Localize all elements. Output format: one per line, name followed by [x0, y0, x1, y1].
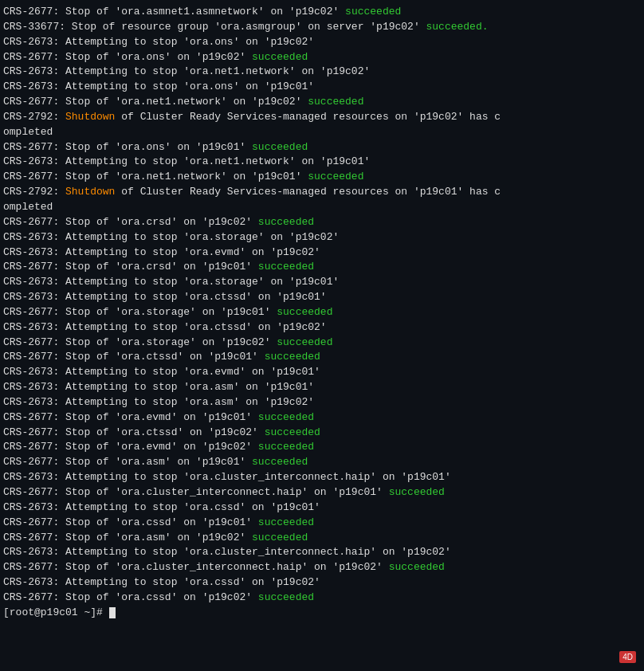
terminal-line-30: CRS-2677: Stop of 'ora.evmd' on 'p19c02'…	[3, 440, 641, 455]
terminal-line-35: CRS-2677: Stop of 'ora.cssd' on 'p19c01'…	[3, 516, 641, 531]
terminal-line-11: CRS-2673: Attempting to stop 'ora.net1.n…	[3, 155, 641, 170]
terminal-line-21: CRS-2677: Stop of 'ora.storage' on 'p19c…	[3, 305, 641, 320]
terminal-line-10: CRS-2677: Stop of 'ora.ons' on 'p19c01' …	[3, 140, 641, 155]
terminal-line-33: CRS-2677: Stop of 'ora.cluster_interconn…	[3, 485, 641, 500]
terminal-line-9: ompleted	[3, 125, 641, 140]
terminal-line-23: CRS-2677: Stop of 'ora.storage' on 'p19c…	[3, 336, 641, 351]
terminal-line-41: [root@p19c01 ~]#	[3, 606, 641, 621]
terminal-line-24: CRS-2677: Stop of 'ora.ctssd' on 'p19c01…	[3, 350, 641, 365]
terminal-line-7: CRS-2677: Stop of 'ora.net1.network' on …	[3, 95, 641, 110]
terminal-line-18: CRS-2677: Stop of 'ora.crsd' on 'p19c01'…	[3, 260, 641, 275]
terminal-line-20: CRS-2673: Attempting to stop 'ora.ctssd'…	[3, 290, 641, 305]
terminal-line-3: CRS-2673: Attempting to stop 'ora.ons' o…	[3, 35, 641, 50]
terminal-line-36: CRS-2677: Stop of 'ora.asm' on 'p19c02' …	[3, 531, 641, 546]
terminal-line-12: CRS-2677: Stop of 'ora.net1.network' on …	[3, 170, 641, 185]
terminal-line-8: CRS-2792: Shutdown of Cluster Ready Serv…	[3, 110, 641, 125]
terminal-line-29: CRS-2677: Stop of 'ora.ctssd' on 'p19c02…	[3, 426, 641, 441]
terminal-line-25: CRS-2673: Attempting to stop 'ora.evmd' …	[3, 365, 641, 380]
terminal-line-6: CRS-2673: Attempting to stop 'ora.ons' o…	[3, 80, 641, 95]
terminal-line-2: CRS-33677: Stop of resource group 'ora.a…	[3, 20, 641, 35]
terminal-line-4: CRS-2677: Stop of 'ora.ons' on 'p19c02' …	[3, 50, 641, 65]
terminal-line-13: CRS-2792: Shutdown of Cluster Ready Serv…	[3, 185, 641, 200]
terminal-line-27: CRS-2673: Attempting to stop 'ora.asm' o…	[3, 395, 641, 410]
terminal-line-22: CRS-2673: Attempting to stop 'ora.ctssd'…	[3, 320, 641, 336]
terminal-line-16: CRS-2673: Attempting to stop 'ora.storag…	[3, 230, 641, 245]
terminal-line-40: CRS-2677: Stop of 'ora.cssd' on 'p19c02'…	[3, 591, 641, 606]
cursor	[109, 607, 116, 618]
terminal-line-1: CRS-2677: Stop of 'ora.asmnet1.asmnetwor…	[3, 5, 641, 20]
terminal-line-19: CRS-2673: Attempting to stop 'ora.storag…	[3, 275, 641, 290]
terminal-line-38: CRS-2677: Stop of 'ora.cluster_interconn…	[3, 560, 641, 575]
terminal-window: CRS-2677: Stop of 'ora.asmnet1.asmnetwor…	[3, 5, 641, 621]
terminal-line-34: CRS-2673: Attempting to stop 'ora.cssd' …	[3, 500, 641, 516]
terminal-line-37: CRS-2673: Attempting to stop 'ora.cluste…	[3, 545, 641, 560]
terminal-line-15: CRS-2677: Stop of 'ora.crsd' on 'p19c02'…	[3, 215, 641, 230]
terminal-line-32: CRS-2673: Attempting to stop 'ora.cluste…	[3, 470, 641, 485]
watermark: 4D	[619, 651, 636, 663]
terminal-line-14: ompleted	[3, 200, 641, 215]
terminal-line-17: CRS-2673: Attempting to stop 'ora.evmd' …	[3, 245, 641, 261]
terminal-line-5: CRS-2673: Attempting to stop 'ora.net1.n…	[3, 65, 641, 80]
terminal-line-28: CRS-2677: Stop of 'ora.evmd' on 'p19c01'…	[3, 410, 641, 426]
terminal-line-31: CRS-2677: Stop of 'ora.asm' on 'p19c01' …	[3, 455, 641, 470]
terminal-line-39: CRS-2673: Attempting to stop 'ora.cssd' …	[3, 575, 641, 591]
terminal-line-26: CRS-2673: Attempting to stop 'ora.asm' o…	[3, 380, 641, 395]
